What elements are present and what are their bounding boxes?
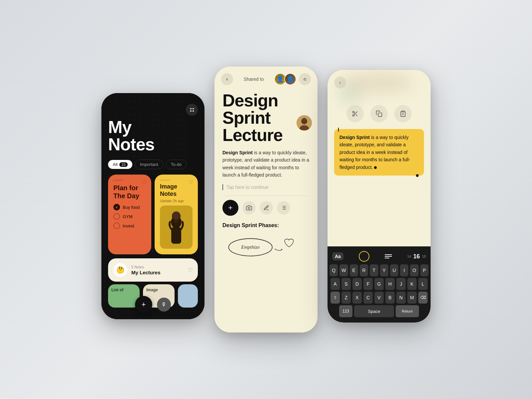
pencil-icon (263, 205, 269, 211)
filter-all-label: All (113, 162, 117, 167)
kb-font-button[interactable]: Aa (332, 252, 343, 260)
kb-key-d[interactable]: D (352, 278, 362, 290)
image-heart-icon[interactable]: ♡ (189, 179, 193, 186)
phases-title: Design Sprint Phases: (222, 222, 310, 228)
note-body-bold: Design Sprint (222, 150, 253, 155)
todo-buy-food: Buy food (113, 204, 146, 210)
camera-icon (246, 205, 252, 211)
kb-delete-key[interactable]: ⌫ (418, 292, 428, 304)
kb-key-w[interactable]: W (339, 264, 348, 276)
kb-line-1 (385, 254, 392, 255)
kb-key-f[interactable]: F (363, 278, 373, 290)
kb-space-key[interactable]: Space (354, 305, 394, 317)
kb-key-e[interactable]: E (350, 264, 358, 276)
bottom-card-extra[interactable] (178, 284, 198, 308)
lecture-emoji: 🤔 (113, 263, 127, 277)
blur-decoration-2 (337, 80, 364, 106)
plan-heart-icon[interactable]: ♡ (142, 179, 147, 186)
cut-button[interactable] (346, 105, 364, 122)
kb-align-button[interactable] (385, 254, 392, 258)
kb-key-p[interactable]: P (420, 264, 429, 276)
kb-key-a[interactable]: A (331, 278, 340, 290)
svg-rect-1 (171, 227, 181, 244)
kb-key-o[interactable]: O (410, 264, 418, 276)
phone1-header (108, 100, 198, 118)
lecture-card[interactable]: 🤔 5 Notes My Lectures ♡ (108, 258, 198, 282)
p2-header-right: 👤 👤 ⎋ (274, 73, 311, 85)
p2-toolbar: + (222, 196, 310, 220)
todo-gym: GYM (113, 213, 146, 220)
kb-key-j[interactable]: J (396, 278, 406, 290)
lecture-count: 5 Notes (131, 265, 184, 269)
context-menu (334, 105, 424, 122)
paste-icon (400, 110, 406, 117)
p2-list-button[interactable] (277, 201, 290, 214)
paste-button[interactable] (394, 105, 412, 122)
app-title: My Notes (108, 118, 198, 153)
kb-key-l[interactable]: L (418, 278, 428, 290)
tap-to-continue[interactable]: Tap here to continue (222, 184, 310, 190)
kb-key-q[interactable]: Q (330, 264, 338, 276)
kb-key-b[interactable]: B (385, 292, 395, 304)
kb-size-18[interactable]: 18 (422, 254, 426, 258)
filter-todo[interactable]: To-do (166, 160, 187, 169)
plan-title: Plan for The Day (113, 184, 146, 200)
kb-key-k[interactable]: K (407, 278, 417, 290)
svg-point-4 (173, 211, 180, 219)
kb-key-t[interactable]: T (370, 264, 378, 276)
phone-3: ‹ (328, 70, 431, 323)
kb-row-asdf: A S D F G H J K L (330, 278, 429, 290)
kb-shift-key[interactable]: ⇧ (331, 292, 340, 304)
kb-key-z[interactable]: Z (341, 292, 351, 304)
fab-area: + 🎙 (135, 296, 171, 313)
kb-123-key[interactable]: 123 (339, 305, 352, 317)
kb-key-c[interactable]: C (363, 292, 373, 304)
kb-key-g[interactable]: G (374, 278, 384, 290)
p2-add-button[interactable]: + (222, 200, 238, 216)
author-avatar (296, 114, 313, 132)
kb-key-r[interactable]: R (360, 264, 368, 276)
p2-edit-button[interactable] (260, 201, 273, 214)
plan-card[interactable]: ♡ Plan for The Day Buy food GYM (108, 175, 151, 254)
kb-size-16[interactable]: 16 (413, 253, 420, 260)
copy-button[interactable] (370, 105, 388, 122)
todo-check-1[interactable] (113, 204, 120, 210)
cards-row: ♡ Plan for The Day Buy food GYM (108, 175, 198, 254)
filter-important[interactable]: Important (135, 160, 163, 169)
kb-return-key[interactable]: Return (396, 305, 419, 317)
kb-key-h[interactable]: H (385, 278, 395, 290)
bottom-card-image-label: Image (146, 288, 158, 292)
kb-key-y[interactable]: Y (380, 264, 388, 276)
p2-camera-button[interactable] (242, 201, 256, 214)
kb-key-u[interactable]: U (390, 264, 398, 276)
phones-container: My Notes All 23 Important To-do (101, 66, 431, 332)
empthize-sketch-svg: Empthize (222, 232, 310, 259)
todo-text-3: Invest (123, 223, 134, 228)
kb-key-v[interactable]: V (374, 292, 384, 304)
kb-key-i[interactable]: I (400, 264, 408, 276)
kb-color-button[interactable] (359, 251, 369, 262)
kb-key-n[interactable]: N (396, 292, 406, 304)
kb-size-row: 14 16 18 (407, 253, 426, 260)
share-button[interactable]: ⎋ (299, 73, 311, 85)
mic-button[interactable]: 🎙 (157, 298, 171, 312)
lecture-info: 5 Notes My Lectures (131, 265, 184, 275)
empthize-label: Empthize (241, 244, 260, 250)
p2-back-button[interactable]: ‹ (221, 73, 233, 85)
p2-header: ‹ Shared to 👤 👤 ⎋ (214, 66, 318, 88)
menu-dots-button[interactable] (186, 104, 198, 116)
lecture-heart-icon[interactable]: ♡ (188, 267, 193, 273)
shared-to-label: Shared to (244, 76, 264, 82)
filter-all[interactable]: All 23 (108, 160, 132, 169)
person-svg (165, 209, 188, 249)
add-fab-button[interactable]: + (135, 296, 152, 313)
cursor-bottom (416, 174, 419, 177)
kb-size-14[interactable]: 14 (407, 254, 411, 258)
image-notes-card[interactable]: ♡ Image Notes Update 2h ago (155, 175, 198, 254)
todo-check-2[interactable] (113, 213, 120, 220)
filter-important-label: Important (140, 162, 158, 167)
kb-key-x[interactable]: X (352, 292, 362, 304)
kb-key-m[interactable]: M (407, 292, 417, 304)
kb-key-s[interactable]: S (341, 278, 351, 290)
todo-check-3[interactable] (113, 222, 120, 229)
